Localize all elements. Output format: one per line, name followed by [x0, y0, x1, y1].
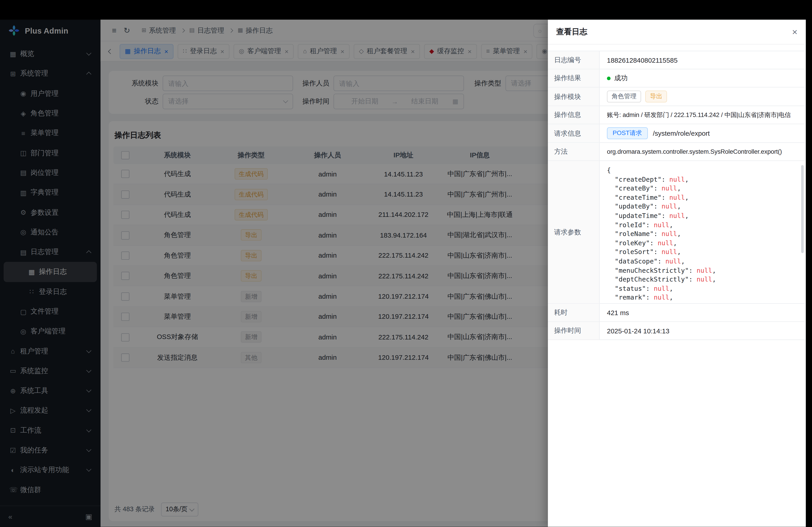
drawer-title: 查看日志: [556, 27, 588, 37]
json-punct: ,: [712, 275, 716, 283]
json-key: "createDept": [607, 175, 662, 183]
json-punct: :: [662, 193, 669, 201]
json-line: "createDept": null,: [607, 175, 798, 184]
json-punct: :: [646, 284, 654, 292]
request-url: /system/role/export: [653, 130, 710, 137]
json-null-value: null: [662, 230, 677, 238]
json-null-value: null: [654, 284, 669, 292]
json-line: "deptCheckStrictly": null,: [607, 275, 798, 284]
json-null-value: null: [654, 221, 669, 228]
json-line: "createBy": null,: [607, 184, 798, 193]
json-line: "roleId": null,: [607, 220, 798, 229]
detail-row-result: 操作结果 成功: [548, 70, 806, 88]
json-line: {: [607, 166, 798, 175]
json-punct: :: [654, 248, 662, 256]
scrollbar-thumb[interactable]: [801, 165, 804, 253]
action-tag: 导出: [645, 91, 667, 103]
json-line: "menuCheckStrictly": null,: [607, 266, 798, 275]
json-line: "roleKey": null,: [607, 239, 798, 247]
json-line: "dataScope": null,: [607, 257, 798, 266]
json-punct: ,: [681, 257, 685, 265]
detail-row-info: 操作信息 账号: admin / 研发部门 / 222.175.114.242 …: [548, 106, 806, 124]
json-key: "createBy": [607, 184, 654, 192]
json-null-value: null: [697, 275, 712, 283]
json-key: "deptCheckStrictly": [607, 275, 689, 283]
json-punct: :: [646, 221, 654, 228]
json-code: { "createDept": null, "createBy": null, …: [607, 166, 798, 302]
json-punct: :: [657, 257, 665, 265]
json-key: "status": [607, 284, 646, 292]
detail-row-duration: 耗时 421 ms: [548, 304, 806, 322]
json-null-value: null: [662, 202, 677, 210]
json-key: "updateBy": [607, 202, 654, 210]
close-icon[interactable]: ×: [792, 27, 798, 36]
json-punct: ,: [685, 175, 688, 183]
json-line: "status": null,: [607, 284, 798, 293]
app-root: Plus Admin ▦概览⊞系统管理◉用户管理◈角色管理≡菜单管理◫部门管理▤…: [0, 0, 812, 527]
json-line: "updateBy": null,: [607, 202, 798, 211]
detail-row-request: 请求信息 POST请求 /system/role/export: [548, 124, 806, 143]
json-punct: :: [654, 184, 662, 192]
json-null-value: null: [669, 212, 685, 219]
json-punct: :: [662, 175, 669, 183]
post-method-tag: POST请求: [607, 127, 648, 139]
result-text: 成功: [614, 74, 628, 83]
json-null-value: null: [669, 193, 685, 201]
json-key: "roleId": [607, 221, 646, 228]
detail-row-method: 方法 org.dromara.system.controller.system.…: [548, 143, 806, 161]
json-key: "menuCheckStrictly": [607, 266, 689, 274]
detail-row-log-id: 日志编号 1882612840802115585: [548, 51, 806, 69]
json-punct: :: [654, 230, 662, 238]
json-line: "roleName": null,: [607, 229, 798, 238]
json-line: "roleSort": null,: [607, 247, 798, 257]
json-key: "roleKey": [607, 239, 650, 246]
json-punct: ,: [677, 230, 681, 238]
json-null-value: null: [662, 248, 677, 256]
success-status-dot: [607, 76, 611, 80]
json-key: "updateTime": [607, 212, 662, 219]
json-punct: ,: [677, 248, 681, 256]
json-line: "remark": null,: [607, 293, 798, 302]
json-null-value: null: [654, 294, 669, 301]
json-punct: :: [654, 202, 662, 210]
json-key: "roleSort": [607, 248, 654, 256]
json-punct: ,: [669, 284, 673, 292]
json-punct: ,: [669, 221, 673, 228]
right-edge-strip: [806, 0, 812, 527]
view-log-drawer: 查看日志 × 日志编号 1882612840802115585 操作结果 成功 …: [548, 20, 806, 527]
module-tag: 角色管理: [607, 91, 641, 103]
json-key: "createTime": [607, 193, 662, 201]
detail-row-module: 操作模块 角色管理 导出: [548, 88, 806, 106]
json-key: "roleName": [607, 230, 654, 238]
json-punct: :: [689, 275, 697, 283]
json-null-value: null: [669, 175, 685, 183]
json-key: "remark": [607, 294, 646, 301]
json-line: "createTime": null,: [607, 193, 798, 202]
json-null-value: null: [662, 184, 677, 192]
detail-row-time: 操作时间 2025-01-24 10:14:13: [548, 322, 806, 340]
json-punct: ,: [677, 202, 681, 210]
json-punct: :: [662, 212, 669, 219]
json-punct: ,: [712, 266, 716, 274]
json-line: "updateTime": null,: [607, 211, 798, 220]
json-punct: ,: [669, 294, 673, 301]
request-params-json[interactable]: { "createDept": null, "createBy": null, …: [600, 161, 806, 303]
json-null-value: null: [657, 239, 673, 246]
drawer-header: 查看日志 ×: [548, 20, 806, 44]
json-punct: ,: [673, 239, 677, 246]
json-punct: ,: [685, 212, 688, 219]
json-key: "dataScope": [607, 257, 658, 265]
json-null-value: null: [697, 266, 712, 274]
json-punct: :: [646, 294, 654, 301]
json-punct: :: [689, 266, 697, 274]
json-punct: :: [650, 239, 658, 246]
log-detail-table: 日志编号 1882612840802115585 操作结果 成功 操作模块 角色…: [548, 51, 806, 340]
json-punct: ,: [677, 184, 681, 192]
json-punct: ,: [685, 193, 688, 201]
json-null-value: null: [665, 257, 681, 265]
detail-row-params: 请求参数 { "createDept": null, "createBy": n…: [548, 161, 806, 304]
